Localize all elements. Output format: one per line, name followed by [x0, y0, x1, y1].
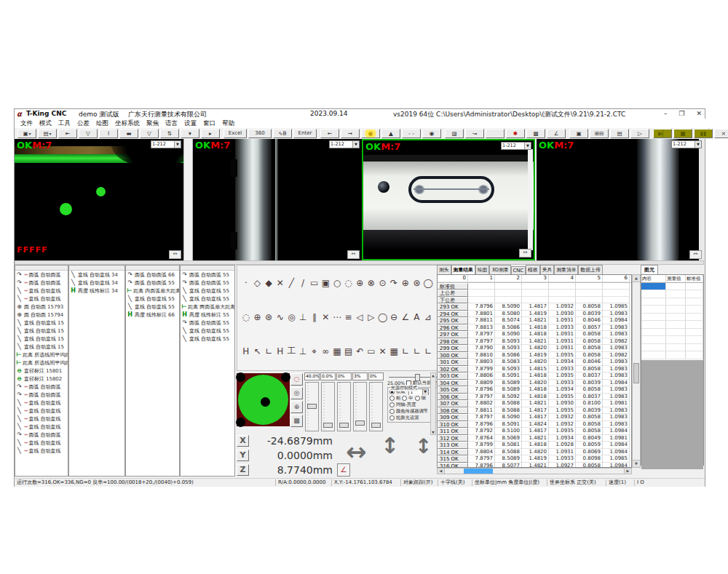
- light-slider[interactable]: 40.0%: [304, 372, 320, 432]
- light-slider[interactable]: 0%: [336, 372, 352, 432]
- tab-绘图[interactable]: 绘图: [475, 265, 490, 274]
- slider-handle[interactable]: [323, 423, 333, 428]
- palette-tool-icon[interactable]: ◇: [253, 278, 263, 288]
- toolbar-button-icon[interactable]: →: [341, 129, 360, 138]
- chevron-down-icon[interactable]: ▾: [50, 131, 52, 136]
- palette-tool-icon[interactable]: ⊛: [264, 312, 274, 322]
- toolbar-button-icon[interactable]: ▽: [79, 129, 98, 138]
- toolbar-button-icon[interactable]: [486, 129, 505, 138]
- element-cell[interactable]: [666, 336, 686, 344]
- tab-CNC[interactable]: CNC: [511, 266, 526, 274]
- chevron-down-icon[interactable]: ▾: [29, 131, 31, 136]
- list-item[interactable]: ╲直线自动直线55: [126, 303, 179, 311]
- toolbar-button-icon[interactable]: ▣: [569, 129, 588, 138]
- title-bar[interactable]: α T-King CNC demo 测试版 广东天行测量技术有限公司 2023.…: [15, 109, 705, 119]
- palette-tool-icon[interactable]: ⊕: [355, 278, 365, 288]
- camera-4-resize-handle[interactable]: ↔: [689, 250, 702, 259]
- camera-pane-4[interactable]: OKM:7 1-212▼ ↔: [537, 139, 704, 260]
- table-row[interactable]: 293 OK7.87968.50901.48171.09320.80581.09…: [438, 303, 631, 311]
- palette-tool-icon[interactable]: 工: [287, 345, 297, 357]
- table-row[interactable]: 303 OK7.88068.50911.48181.09350.80371.09…: [438, 372, 631, 380]
- toolbar-button-icon[interactable]: ✱: [506, 129, 525, 138]
- camera-pane-2[interactable]: OKM:7 1-212▼ ↔: [193, 139, 362, 260]
- camera-3-range-dropdown[interactable]: 1-212▼: [501, 142, 531, 150]
- tab-模板[interactable]: 模板: [526, 265, 540, 274]
- light-slider[interactable]: 0.0%: [320, 372, 336, 432]
- list-item[interactable]: ╲***直线自动直线: [15, 447, 68, 455]
- element-cell[interactable]: [666, 298, 686, 306]
- menu-item[interactable]: 文件: [20, 119, 33, 128]
- element-cell[interactable]: [641, 290, 666, 298]
- palette-tool-icon[interactable]: ⌖: [309, 346, 320, 356]
- camera-pane-3-active[interactable]: OKM:7 1-212▼ ↔: [362, 139, 535, 260]
- palette-tool-icon[interactable]: ✕: [320, 312, 331, 322]
- element-cell[interactable]: [666, 329, 686, 337]
- table-row[interactable]: 304 OK7.88098.50891.48201.09330.80391.09…: [438, 380, 631, 387]
- results-table[interactable]: 0123456标准值上公差下公差293 OK7.87968.50901.4817…: [437, 274, 632, 468]
- list-item[interactable]: ⊢距离两圆弧最大距离: [181, 303, 234, 311]
- table-row[interactable]: 294 OK7.88018.50801.48191.09300.80391.09…: [438, 311, 631, 318]
- toolbar-button-icon[interactable]: Ι: [99, 129, 118, 138]
- toolbar-button-icon[interactable]: ▬: [119, 129, 138, 138]
- menu-item[interactable]: 绘图: [96, 119, 108, 128]
- element-cell[interactable]: [641, 314, 666, 322]
- element-cell[interactable]: [686, 283, 703, 291]
- slider-track[interactable]: [321, 382, 335, 431]
- list-item[interactable]: ╲直线自动直线55: [181, 287, 234, 295]
- excel-button[interactable]: Excel: [223, 129, 247, 138]
- light-channel-button[interactable]: ◎: [290, 387, 303, 399]
- table-row[interactable]: 299 OK7.87908.50931.48201.09310.80581.09…: [438, 345, 631, 352]
- list-item[interactable]: ↷***圆弧自动圆弧: [15, 383, 68, 391]
- selected-cell[interactable]: [641, 283, 666, 291]
- tab-夹具[interactable]: 夹具: [540, 265, 555, 274]
- option-radio[interactable]: [389, 402, 395, 407]
- palette-tool-icon[interactable]: ◯: [378, 312, 388, 322]
- slider-handle[interactable]: [371, 423, 381, 428]
- palette-tool-icon[interactable]: ⊕: [253, 312, 263, 322]
- palette-tool-icon[interactable]: ⊥: [298, 312, 308, 322]
- chevron-down-icon[interactable]: ▼: [695, 141, 701, 148]
- palette-tool-icon[interactable]: ⋯: [332, 312, 342, 322]
- list-item[interactable]: ↷圆弧自动圆弧55: [181, 271, 234, 279]
- option-radio[interactable]: [389, 415, 395, 420]
- chevron-down-icon[interactable]: ▼: [524, 143, 531, 149]
- list-item[interactable]: ↷***圆弧自动圆弧: [15, 431, 68, 439]
- list-item[interactable]: ↷圆弧自动圆弧66: [126, 271, 179, 279]
- palette-tool-icon[interactable]: ∟: [412, 346, 422, 356]
- camera-4-scrollbar[interactable]: [699, 139, 704, 260]
- toolbar-button-icon[interactable]: ←: [320, 129, 339, 138]
- list-item[interactable]: ╲直线自动直线55: [181, 335, 234, 343]
- ring-light-circle[interactable]: [238, 375, 288, 425]
- scroll-up-icon[interactable]: ▲: [633, 275, 640, 282]
- list-item[interactable]: ⊢距离所选线间平均距离: [15, 351, 68, 359]
- toolbar-button-icon[interactable]: - -: [402, 129, 421, 138]
- list-item[interactable]: H高度线性标注34: [69, 287, 124, 295]
- table-row[interactable]: 296 OK7.88138.50861.48181.09330.80571.09…: [438, 324, 631, 332]
- palette-tool-icon[interactable]: ∞: [320, 346, 331, 356]
- light-options-scrollbar[interactable]: ▲▼: [430, 372, 436, 435]
- list-item[interactable]: ⊖直径标注15802: [15, 375, 68, 383]
- palette-tool-icon[interactable]: H: [241, 346, 251, 356]
- palette-tool-icon[interactable]: ↖: [253, 346, 263, 356]
- camera-1-range-dropdown[interactable]: 1-212▼: [151, 140, 181, 148]
- results-horizontal-scrollbar[interactable]: ◀ ▶: [437, 468, 632, 474]
- tab-测量清单[interactable]: 测量清单: [554, 265, 578, 274]
- toolbar-button-icon[interactable]: ▮▮: [694, 129, 713, 138]
- enter-button[interactable]: Enter: [293, 129, 317, 138]
- palette-tool-icon[interactable]: ⊖: [389, 312, 399, 322]
- list-item[interactable]: ↷***圆弧自动圆弧: [15, 271, 68, 279]
- toolbar-button-icon[interactable]: ⨯: [714, 129, 728, 138]
- close-button[interactable]: ✕: [696, 110, 702, 117]
- list-item[interactable]: ╲***直线自动直线: [15, 399, 68, 407]
- element-cell[interactable]: [666, 321, 686, 329]
- chevron-down-icon[interactable]: ▼: [352, 141, 359, 148]
- slider-track[interactable]: [353, 382, 367, 431]
- table-row[interactable]: 313 OK7.87998.50811.48181.09280.80591.09…: [438, 442, 631, 449]
- element-cell[interactable]: [686, 306, 703, 314]
- toolbar-button-icon[interactable]: ▷: [630, 129, 649, 138]
- element-cell[interactable]: [641, 336, 666, 344]
- option-radio[interactable]: [389, 409, 395, 414]
- palette-tool-icon[interactable]: ⊙: [378, 278, 388, 288]
- slider-handle[interactable]: [307, 404, 317, 409]
- toolbar-button-icon[interactable]: ▤▾: [38, 129, 57, 138]
